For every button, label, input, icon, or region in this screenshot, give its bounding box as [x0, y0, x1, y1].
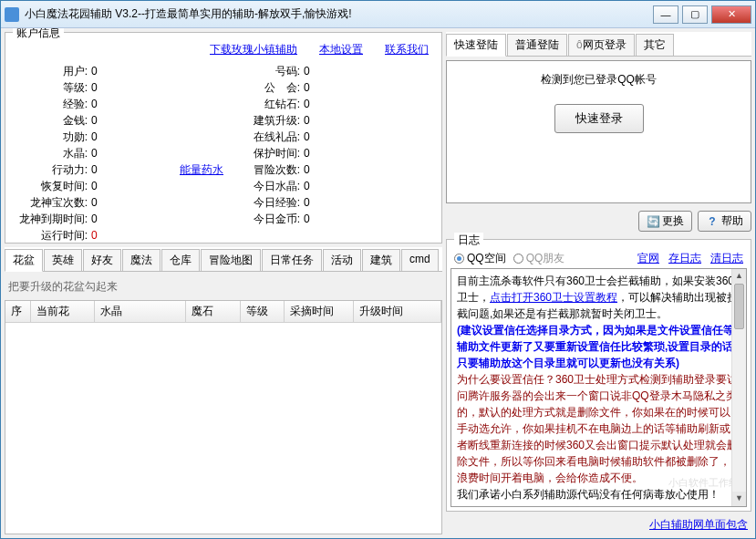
- stat-label: 在线礼品:: [223, 130, 304, 145]
- log-group: 日志 QQ空间 QQ朋友 官网 存日志 清日志 目前主流杀毒软件只有360卫士会…: [446, 239, 751, 512]
- close-button[interactable]: ✕: [711, 5, 751, 24]
- official-link[interactable]: 官网: [637, 251, 659, 266]
- stat-label: 保护时间:: [223, 146, 304, 161]
- col-level[interactable]: 等级: [241, 301, 285, 322]
- tab-web-login-label: 网页登录: [583, 38, 627, 51]
- stat-value: 0: [304, 81, 436, 94]
- stat-value: 0: [91, 229, 223, 242]
- tab-hero[interactable]: 英雄: [44, 249, 82, 271]
- app-icon: [5, 7, 19, 22]
- stat-value: 0: [91, 98, 223, 110]
- radio-dot-icon: [454, 254, 464, 264]
- stat-value: 0: [304, 163, 436, 176]
- help-icon: ?: [706, 215, 719, 228]
- log-promise: 我们承诺小白系列辅助源代码没有任何病毒放心使用！: [457, 488, 720, 501]
- col-upgrade-time[interactable]: 升级时间: [354, 301, 441, 322]
- radio-qqfriend-label: QQ朋友: [526, 251, 565, 266]
- stat-value: 0: [304, 65, 436, 78]
- clear-log-link[interactable]: 清日志: [710, 251, 743, 266]
- tab-other[interactable]: 其它: [636, 34, 674, 56]
- stat-value: 0: [91, 130, 223, 143]
- stat-label: 龙神到期时间:: [11, 212, 91, 227]
- contact-link[interactable]: 联系我们: [385, 42, 429, 57]
- window-title: 小白魔法花园辅助 V3.2--打造最简单实用的辅助-解放双手,愉快游戏!: [25, 6, 649, 22]
- stat-value: 0: [91, 114, 223, 127]
- stat-value: 0: [304, 196, 436, 209]
- tab-building[interactable]: 建筑: [362, 249, 400, 271]
- content-area: 账户信息 下载玫瑰小镇辅助 本地设置 联系我们 用户:0 等级:0 经验:0 金…: [1, 28, 755, 538]
- right-toolbar: 🔄更换 ?帮助: [446, 207, 751, 235]
- stat-value: 0: [91, 65, 223, 78]
- flowerpot-table[interactable]: 序 当前花 水晶 魔石 等级 采摘时间 升级时间: [5, 300, 442, 534]
- account-col-left: 用户:0 等级:0 经验:0 金钱:0 功勋:0 水晶:0 行动力:0能量药水 …: [11, 63, 223, 244]
- stat-label: 运行时间:: [11, 228, 91, 244]
- tab-cmd[interactable]: cmd: [401, 249, 439, 271]
- log-reason: 为什么要设置信任？360卫士处理方式检测到辅助登录要访问腾许服务器的会出来一个窗…: [457, 373, 738, 484]
- tab-web-login[interactable]: ô网页登录: [568, 34, 635, 56]
- window-buttons: — ▢ ✕: [649, 5, 751, 24]
- stat-value: 0: [304, 114, 436, 127]
- radio-qzone-label: QQ空间: [467, 251, 506, 266]
- stat-label: 冒险次数:: [223, 162, 304, 178]
- stat-label: 行动力:: [11, 162, 91, 178]
- col-index[interactable]: 序: [5, 301, 31, 322]
- local-settings-link[interactable]: 本地设置: [319, 42, 363, 57]
- stat-label: 今日金币:: [223, 212, 304, 227]
- account-group: 账户信息 下载玫瑰小镇辅助 本地设置 联系我们 用户:0 等级:0 经验:0 金…: [5, 32, 442, 244]
- radio-qqfriend[interactable]: QQ朋友: [513, 251, 565, 266]
- tab-quick-login[interactable]: 快速登陆: [446, 34, 506, 57]
- save-log-link[interactable]: 存日志: [668, 251, 701, 266]
- tab-magic[interactable]: 魔法: [122, 249, 161, 271]
- col-current-flower[interactable]: 当前花: [31, 301, 95, 322]
- stat-label: 水晶:: [11, 146, 91, 161]
- refresh-icon: 🔄: [647, 215, 659, 228]
- app-window: 小白魔法花园辅助 V3.2--打造最简单实用的辅助-解放双手,愉快游戏! — ▢…: [0, 0, 756, 539]
- tab-activity[interactable]: 活动: [323, 249, 361, 271]
- account-group-title: 账户信息: [13, 28, 64, 41]
- tab-adventure[interactable]: 冒险地图: [201, 249, 261, 271]
- login-tabstrip: 快速登陆 普通登陆 ô网页登录 其它: [446, 32, 751, 57]
- log-tutorial-link[interactable]: 点击打开360卫士设置教程: [490, 291, 617, 304]
- col-pick-time[interactable]: 采摘时间: [285, 301, 354, 322]
- maximize-button[interactable]: ▢: [682, 5, 708, 24]
- log-links: 官网 存日志 清日志: [637, 251, 743, 266]
- radio-qzone[interactable]: QQ空间: [454, 251, 506, 266]
- col-crystal[interactable]: 水晶: [95, 301, 186, 322]
- stat-label: 经验:: [11, 97, 91, 112]
- log-group-title: 日志: [454, 233, 483, 248]
- tab-friends[interactable]: 好友: [83, 249, 121, 271]
- stat-value: 0: [91, 81, 223, 94]
- quick-login-button[interactable]: 快速登录: [554, 104, 644, 133]
- tab-normal-login[interactable]: 普通登陆: [507, 34, 567, 56]
- scroll-thumb[interactable]: [734, 284, 744, 329]
- table-instruction: 把要升级的花盆勾起来: [5, 275, 442, 296]
- stat-label: 红钻石:: [223, 97, 304, 112]
- right-panel: 快速登陆 普通登陆 ô网页登录 其它 检测到您已登录QQ帐号 快速登录 🔄更换 …: [446, 32, 751, 534]
- log-textbox[interactable]: 目前主流杀毒软件只有360卫士会拦截辅助，如果安装360卫士，点击打开360卫士…: [450, 268, 747, 507]
- stat-label: 等级:: [11, 80, 91, 96]
- log-scrollbar[interactable]: ▲ ▼: [731, 269, 746, 506]
- account-links: 下载玫瑰小镇辅助 本地设置 联系我们: [11, 40, 436, 63]
- scroll-down-icon[interactable]: ▼: [732, 492, 746, 506]
- tab-warehouse[interactable]: 仓库: [161, 249, 200, 271]
- radio-dot-icon: [513, 254, 523, 264]
- tab-daily[interactable]: 日常任务: [262, 249, 322, 271]
- refresh-button[interactable]: 🔄更换: [638, 211, 692, 232]
- stat-label: 龙神宝次数:: [11, 195, 91, 211]
- stat-label: 号码:: [223, 64, 304, 79]
- download-link[interactable]: 下载玫瑰小镇辅助: [210, 42, 297, 57]
- stat-label: 用户:: [11, 64, 91, 79]
- account-stats: 用户:0 等级:0 经验:0 金钱:0 功勋:0 水晶:0 行动力:0能量药水 …: [11, 63, 436, 244]
- help-button[interactable]: ?帮助: [698, 211, 751, 232]
- account-col-right: 号码:0 公 会:0 红钻石:0 建筑升级:0 在线礼品:0 保护时间:0 冒险…: [223, 63, 436, 244]
- stat-value: 0: [91, 163, 143, 176]
- log-advice: (建议设置信任选择目录方式，因为如果是文件设置信任等辅助文件更新了又要重新设置信…: [457, 324, 734, 369]
- footer-link[interactable]: 小白辅助网单面包含: [446, 515, 751, 534]
- tab-flowerpot[interactable]: 花盆: [5, 249, 43, 272]
- stat-label: 功勋:: [11, 130, 91, 145]
- scroll-up-icon[interactable]: ▲: [732, 269, 746, 284]
- energy-link[interactable]: 能量药水: [180, 162, 223, 178]
- stat-label: 建筑升级:: [223, 113, 304, 129]
- minimize-button[interactable]: —: [653, 5, 678, 24]
- col-magic-stone[interactable]: 魔石: [186, 301, 241, 322]
